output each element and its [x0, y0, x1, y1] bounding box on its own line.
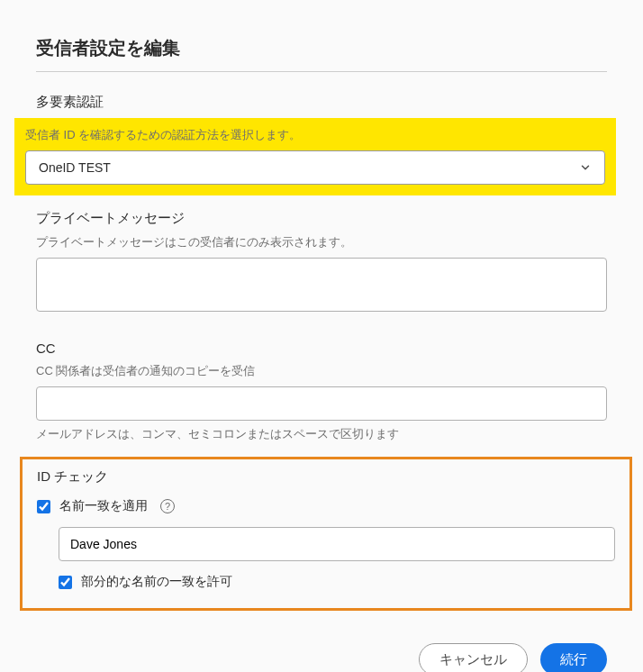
mfa-highlight: 受信者 ID を確認するための認証方法を選択します。 OneID TEST — [14, 118, 616, 195]
allow-partial-row: 部分的な名前の一致を許可 — [59, 574, 615, 590]
apply-name-match-label: 名前一致を適用 — [59, 498, 148, 514]
private-message-label: プライベートメッセージ — [36, 210, 607, 227]
mfa-select-value: OneID TEST — [39, 160, 579, 175]
private-message-hint: プライベートメッセージはこの受信者にのみ表示されます。 — [36, 234, 607, 250]
allow-partial-checkbox[interactable] — [59, 576, 72, 589]
cc-hint: CC 関係者は受信者の通知のコピーを受信 — [36, 363, 607, 379]
private-message-section: プライベートメッセージ プライベートメッセージはこの受信者にのみ表示されます。 — [36, 210, 607, 326]
cc-input[interactable] — [36, 386, 607, 421]
cc-label: CC — [36, 341, 607, 356]
id-check-section: ID チェック 名前一致を適用 ? 部分的な名前の一致を許可 — [20, 457, 632, 611]
cancel-button[interactable]: キャンセル — [419, 643, 528, 672]
cc-hint-below: メールアドレスは、コンマ、セミコロンまたはスペースで区切ります — [36, 426, 607, 442]
continue-button[interactable]: 続行 — [540, 643, 607, 672]
help-icon[interactable]: ? — [160, 499, 175, 513]
apply-name-match-checkbox[interactable] — [37, 500, 50, 513]
private-message-input[interactable] — [36, 258, 607, 312]
cc-section: CC CC 関係者は受信者の通知のコピーを受信 メールアドレスは、コンマ、セミコ… — [36, 341, 607, 442]
allow-partial-label: 部分的な名前の一致を許可 — [81, 574, 232, 590]
chevron-down-icon — [579, 161, 592, 174]
mfa-section: 多要素認証 受信者 ID を確認するための認証方法を選択します。 OneID T… — [36, 94, 607, 195]
mfa-hint: 受信者 ID を確認するための認証方法を選択します。 — [25, 127, 605, 143]
mfa-select[interactable]: OneID TEST — [25, 150, 605, 185]
page-title: 受信者設定を編集 — [36, 36, 607, 72]
button-row: キャンセル 続行 — [36, 643, 607, 672]
id-check-label: ID チェック — [37, 468, 615, 486]
apply-name-match-row: 名前一致を適用 ? — [37, 498, 615, 514]
mfa-label: 多要素認証 — [36, 94, 607, 111]
name-match-input[interactable] — [59, 527, 615, 561]
